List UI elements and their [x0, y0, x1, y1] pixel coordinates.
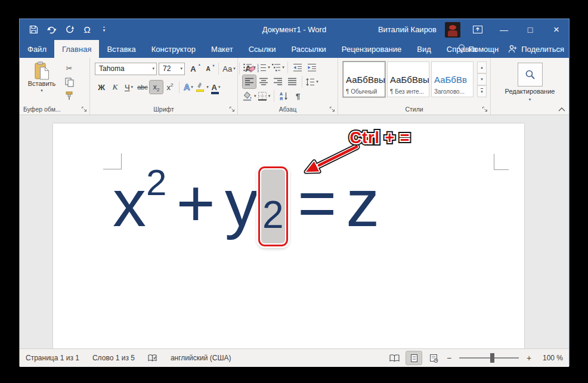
undo-dropdown-caret[interactable]: ▾ [54, 27, 57, 32]
tab-file[interactable]: Файл [20, 40, 54, 58]
paragraph-row-1: ▾ 123▾ ▾ [243, 61, 318, 74]
zoom-slider-thumb[interactable] [490, 353, 494, 363]
justify-button[interactable] [286, 75, 299, 88]
font-name-value: Tahoma [99, 64, 125, 73]
redo-icon [65, 25, 74, 34]
tab-references[interactable]: Ссылки [241, 40, 284, 58]
highlight-button[interactable]: ▾ [196, 81, 209, 94]
maximize-button[interactable]: □ [521, 21, 539, 38]
increase-indent-button[interactable] [305, 61, 318, 74]
group-label-styles: Стили [338, 106, 490, 113]
styles-scroll-down-button[interactable]: ▾ [477, 73, 487, 85]
clipboard-dialog-launcher[interactable] [81, 106, 88, 113]
share-button[interactable]: Поделиться [508, 45, 564, 54]
customize-qat-button[interactable]: ▾ [97, 22, 113, 38]
align-center-button[interactable] [257, 75, 270, 88]
tab-mailings[interactable]: Рассылки [283, 40, 333, 58]
zoom-slider[interactable] [459, 357, 519, 359]
align-left-button[interactable] [243, 75, 256, 88]
tab-home[interactable]: Главная [54, 40, 99, 58]
text-effects-button[interactable]: A▾ [182, 81, 195, 94]
paragraph-dialog-launcher[interactable] [329, 106, 336, 113]
cut-button[interactable]: ✂ [63, 63, 76, 74]
tab-design[interactable]: Конструктор [144, 40, 203, 58]
superscript-button[interactable]: x2 [163, 81, 177, 94]
multilevel-list-button[interactable]: ▾ [271, 61, 284, 74]
copy-button[interactable] [63, 76, 76, 88]
selected-subscript-box[interactable]: 2 [258, 166, 288, 246]
italic-button[interactable]: К [109, 81, 122, 94]
sort-button[interactable]: АЯ [277, 89, 290, 103]
font-color-button[interactable]: А▾ [209, 81, 222, 94]
style-normal[interactable]: АаБбВвы ¶ Обычный [343, 61, 385, 97]
font-row-2: Ж К Ч▾ abc x2 x2 A▾ ▾ А▾ [95, 81, 222, 94]
user-name[interactable]: Виталий Каиров [378, 25, 437, 34]
paragraph-row-2: ▾ [243, 75, 318, 88]
group-label-editing: Редактирование [491, 88, 569, 95]
zoom-out-button[interactable]: − [445, 353, 453, 363]
line-spacing-button[interactable]: ▾ [305, 75, 318, 88]
shrink-font-icon: A▾ [206, 66, 210, 72]
show-paragraph-marks-button[interactable]: ¶ [292, 89, 305, 103]
underline-button[interactable]: Ч▾ [122, 81, 135, 94]
word-count[interactable]: Слово 1 из 5 [92, 354, 135, 362]
assistant-button[interactable]: Помощн [458, 44, 499, 54]
font-dialog-launcher[interactable] [229, 106, 236, 113]
format-painter-button[interactable] [63, 90, 76, 101]
collapse-ribbon-button[interactable] [558, 107, 565, 112]
align-right-button[interactable] [271, 75, 284, 88]
page-indicator[interactable]: Страница 1 из 1 [26, 354, 79, 362]
print-layout-button[interactable] [406, 351, 422, 365]
paste-dropdown-caret[interactable]: ▾ [41, 88, 43, 93]
styles-more-button[interactable]: ▾ [477, 85, 487, 97]
undo-button[interactable]: ▾ [44, 22, 59, 38]
minimize-button[interactable]: — [495, 21, 513, 38]
document-page[interactable]: x2+y2=z Ctrl + = Ctrl + = [53, 123, 524, 348]
tab-layout[interactable]: Макет [203, 40, 241, 58]
avatar[interactable] [445, 22, 460, 38]
font-size-caret: ▾ [180, 66, 182, 71]
formula-equals: = [298, 166, 336, 240]
shrink-font-button[interactable]: A▾ [202, 62, 215, 75]
grow-font-button[interactable]: A▴ [187, 62, 200, 75]
change-case-button[interactable]: Aa▾ [222, 62, 236, 75]
editing-dropdown-caret[interactable]: ▾ [491, 97, 569, 102]
read-mode-button[interactable] [386, 351, 402, 365]
zoom-in-button[interactable]: + [525, 353, 533, 363]
text-boundary-mark-right [494, 154, 509, 170]
group-clipboard: Вставить ▾ ✂ Буфер обм... [20, 58, 90, 115]
strikethrough-button[interactable]: abc [136, 81, 149, 94]
group-label-paragraph: Абзац [238, 106, 338, 113]
style-heading1[interactable]: АаБбВв Заголово... [431, 61, 474, 97]
font-size-combo[interactable]: 72 ▾ [159, 63, 185, 75]
redo-button[interactable] [61, 22, 77, 38]
shading-button[interactable]: ▾ [243, 89, 256, 103]
borders-button[interactable]: ▾ [258, 89, 271, 103]
web-layout-button[interactable] [426, 351, 441, 365]
subscript-button[interactable]: x2 [150, 81, 163, 94]
bold-button[interactable]: Ж [95, 81, 108, 94]
lightbulb-icon [458, 44, 465, 54]
formula-line[interactable]: x2+y2=z [113, 159, 379, 246]
tab-view[interactable]: Вид [409, 40, 439, 58]
styles-dialog-launcher[interactable] [482, 106, 488, 113]
save-button[interactable] [26, 22, 41, 38]
formula-subscript-2: 2 [260, 191, 286, 239]
bullets-button[interactable]: ▾ [243, 61, 256, 74]
styles-scroll-up-button[interactable]: ▴ [477, 61, 487, 73]
proofing-icon[interactable] [148, 354, 157, 363]
paste-button[interactable]: Вставить ▾ [24, 61, 59, 101]
style-no-spacing[interactable]: АаБбВвы ¶ Без инте... [387, 61, 429, 97]
editing-find-button[interactable] [518, 63, 543, 87]
ribbon-display-options-button[interactable] [469, 21, 487, 38]
tab-insert[interactable]: Вставка [99, 40, 143, 58]
close-button[interactable]: × [547, 21, 565, 38]
font-size-value: 72 [163, 64, 171, 73]
tab-review[interactable]: Рецензирование [334, 40, 409, 58]
insert-symbol-button[interactable]: Ω [79, 22, 95, 38]
language-indicator[interactable]: английский (США) [171, 354, 231, 362]
decrease-indent-button[interactable] [291, 61, 304, 74]
numbering-button[interactable]: 123▾ [257, 61, 270, 74]
font-name-combo[interactable]: Tahoma ▾ [95, 63, 157, 75]
zoom-level[interactable]: 100 % [537, 354, 563, 362]
